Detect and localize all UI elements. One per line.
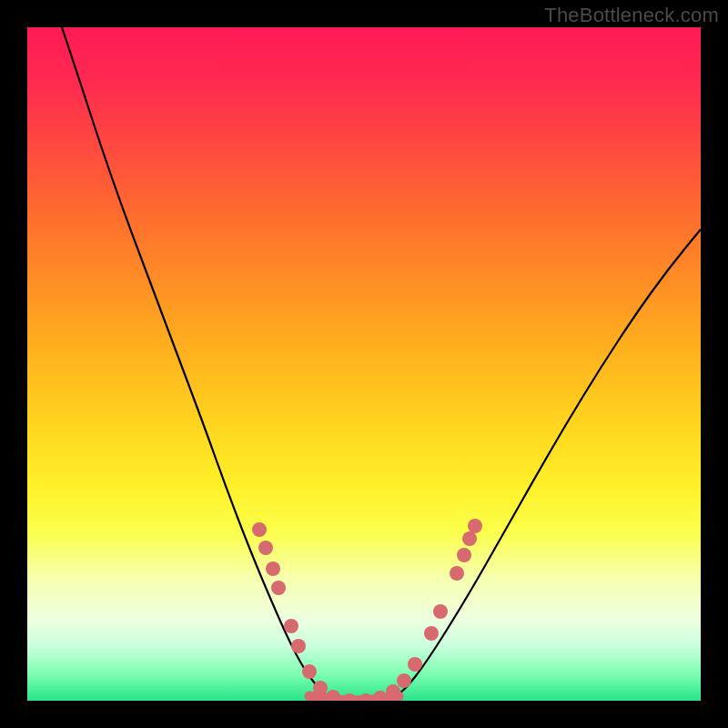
plot-area bbox=[27, 27, 701, 701]
marker-dot bbox=[457, 548, 471, 562]
marker-dot bbox=[326, 690, 340, 701]
marker-dot bbox=[433, 604, 448, 619]
series-group bbox=[62, 27, 701, 701]
marker-dot bbox=[450, 566, 464, 581]
marker-dot bbox=[468, 519, 482, 533]
marker-dot bbox=[424, 626, 439, 641]
marker-dot bbox=[342, 693, 357, 701]
marker-dot bbox=[252, 522, 267, 537]
marker-dot bbox=[266, 561, 280, 576]
marker-dot bbox=[359, 693, 373, 701]
marker-dot bbox=[271, 581, 286, 595]
chart-frame: TheBottleneck.com bbox=[0, 0, 728, 728]
marker-dot bbox=[462, 531, 477, 546]
marker-dot bbox=[291, 639, 306, 653]
marker-dot bbox=[397, 673, 411, 688]
marker-dot bbox=[313, 681, 328, 695]
watermark-text: TheBottleneck.com bbox=[544, 4, 719, 27]
marker-dot bbox=[386, 684, 400, 699]
marker-dot bbox=[284, 619, 298, 633]
marker-dot bbox=[258, 541, 273, 555]
marker-dot bbox=[373, 691, 388, 701]
chart-svg bbox=[27, 27, 701, 701]
marker-dot bbox=[408, 657, 422, 672]
markers-group bbox=[252, 519, 482, 701]
series-left-curve bbox=[62, 27, 339, 701]
marker-dot bbox=[302, 664, 317, 679]
